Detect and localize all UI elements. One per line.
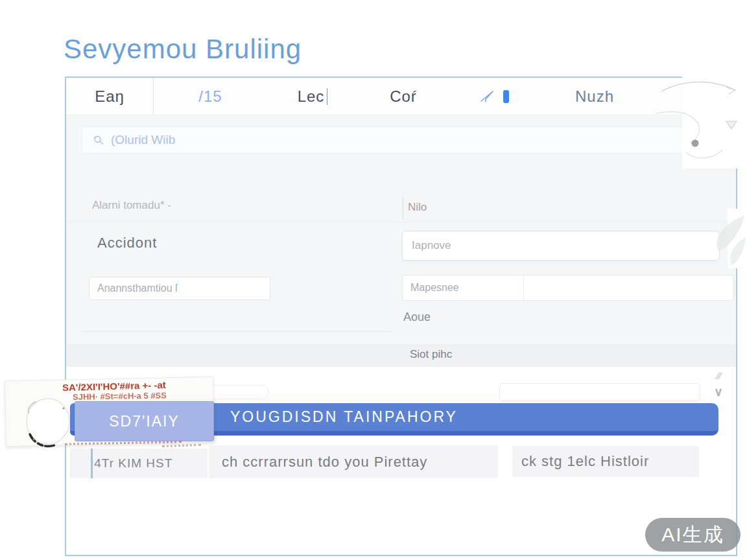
ai-watermark-badge: AI生成	[645, 518, 741, 552]
aoue-label: Aoue	[403, 310, 431, 324]
tab-nuzh[interactable]: Nuzh	[540, 78, 650, 115]
main-panel: Eaŋ /15 Lec Coŕ Nuzh Nilo	[65, 76, 737, 556]
nilo-label: Nilo	[408, 201, 427, 214]
table-cell[interactable]: i4Tr KIM HST	[70, 449, 208, 478]
mapesnee-group	[402, 275, 734, 301]
cell-text: ch ccrrarrsun tdo you Pirettay	[222, 454, 427, 471]
hash-marks: ///	[715, 370, 721, 382]
siot-label: Siot pihc	[410, 348, 452, 361]
cell-text: ck stg 1elc Histloir	[521, 453, 649, 470]
flag-icon	[503, 90, 509, 103]
anan-field[interactable]	[89, 277, 270, 300]
circle-sticker	[22, 394, 74, 451]
cell-accent-edge	[91, 449, 93, 478]
accident-label: Accidont	[97, 235, 157, 251]
table-cell[interactable]: ck stg 1elc Histloir	[512, 446, 699, 477]
mapesnee-field[interactable]	[403, 275, 524, 300]
dropdown-select[interactable]: ∨	[499, 383, 700, 401]
search-box[interactable]	[82, 126, 720, 154]
tab-send[interactable]	[449, 78, 540, 115]
siot-row: Siot pihc	[66, 344, 736, 367]
tab-ean[interactable]: Eaŋ	[66, 78, 154, 115]
iapnove-field[interactable]	[402, 231, 720, 261]
sketch-doodle	[650, 62, 747, 170]
search-input[interactable]	[111, 133, 565, 147]
form-section: Nilo Accidont Aoue Siot pihc ∨ ///	[66, 116, 736, 364]
table-cell[interactable]: ch ccrrarrsun tdo you Pirettay	[209, 445, 498, 478]
banner-title: YOUGDISDN TAINPAHORY	[230, 408, 458, 426]
divider-line	[82, 331, 392, 332]
alarm-field[interactable]	[92, 199, 371, 212]
tab-lec[interactable]: Lec	[267, 78, 358, 115]
paper-plane-icon	[480, 89, 497, 104]
tab-bar: Eaŋ /15 Lec Coŕ Nuzh	[66, 78, 736, 115]
tab-15[interactable]: /15	[154, 78, 267, 115]
tab-lec-label: Lec	[298, 88, 325, 106]
tab-cor[interactable]: Coŕ	[358, 78, 449, 115]
summary-button-label: SD7'IAIY	[109, 413, 180, 430]
page-title: Sevyemou Bruliing	[64, 34, 302, 65]
sketch-wing	[699, 211, 747, 271]
form-row-top: Nilo	[66, 195, 736, 222]
column-divider	[403, 196, 403, 220]
search-icon	[93, 134, 104, 146]
chevron-down-icon: ∨	[714, 384, 723, 399]
summary-button[interactable]: SD7'IAIY	[75, 401, 214, 441]
cell-text: i4Tr KIM HST	[91, 456, 172, 471]
text-cursor	[327, 88, 327, 105]
ai-watermark-label: AI生成	[661, 522, 724, 548]
